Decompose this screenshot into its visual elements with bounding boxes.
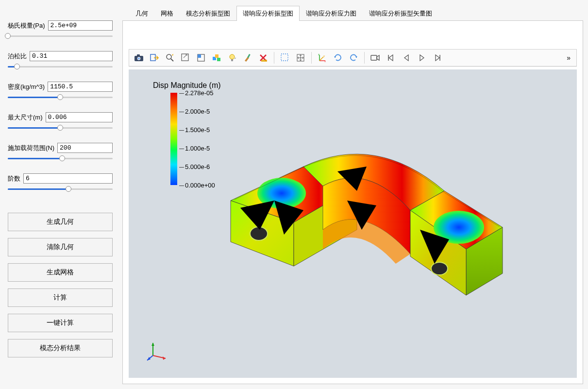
param-slider[interactable] bbox=[8, 33, 113, 40]
param-row: 施加载荷范围(N) bbox=[8, 143, 113, 153]
axis-triad-icon bbox=[146, 339, 169, 362]
param-slider[interactable] bbox=[8, 94, 113, 101]
view-box-icon[interactable] bbox=[194, 51, 208, 65]
svg-point-13 bbox=[230, 54, 235, 59]
move-icon[interactable] bbox=[294, 51, 307, 65]
brush-icon[interactable] bbox=[241, 51, 254, 65]
camera-icon[interactable] bbox=[132, 51, 146, 65]
param-input[interactable] bbox=[30, 51, 113, 61]
action-button[interactable]: 清除几何 bbox=[8, 238, 113, 256]
legend-title: Disp Magnitude (m) bbox=[153, 81, 221, 90]
param-input[interactable] bbox=[46, 112, 113, 122]
svg-rect-1 bbox=[137, 54, 140, 56]
video-icon[interactable] bbox=[369, 51, 382, 65]
tab[interactable]: 谐响应分析应力图 bbox=[300, 6, 363, 21]
param-slider[interactable] bbox=[8, 63, 113, 71]
param-row: 杨氏模量(Pa) bbox=[8, 20, 113, 31]
action-button[interactable]: 计算 bbox=[8, 288, 113, 307]
svg-rect-12 bbox=[217, 58, 220, 61]
action-button[interactable]: 一键计算 bbox=[8, 314, 113, 332]
play-back-icon[interactable] bbox=[400, 51, 413, 65]
svg-point-3 bbox=[138, 58, 140, 60]
param-label: 施加载荷范围(N) bbox=[8, 144, 54, 152]
param-input[interactable] bbox=[48, 82, 113, 92]
svg-text:z: z bbox=[318, 53, 319, 56]
svg-rect-14 bbox=[231, 59, 233, 61]
param-slider[interactable] bbox=[8, 124, 113, 132]
svg-rect-22 bbox=[371, 55, 377, 60]
param-label: 阶数 bbox=[8, 174, 20, 183]
svg-rect-9 bbox=[198, 54, 201, 58]
viewer-toolbar: zxy » bbox=[129, 49, 577, 67]
svg-text:y: y bbox=[323, 54, 325, 57]
axis-icon[interactable]: zxy bbox=[316, 51, 329, 65]
param-input[interactable] bbox=[48, 20, 113, 31]
color-cubes-icon[interactable] bbox=[210, 51, 223, 65]
skip-forward-icon[interactable] bbox=[431, 51, 444, 65]
svg-rect-11 bbox=[215, 54, 218, 58]
action-button[interactable]: 生成几何 bbox=[8, 213, 113, 231]
delete-x-icon[interactable] bbox=[256, 51, 270, 65]
play-forward-icon[interactable] bbox=[415, 51, 429, 65]
param-label: 密度(kg/m^3) bbox=[8, 83, 45, 91]
param-slider[interactable] bbox=[8, 155, 113, 163]
bulb-icon[interactable] bbox=[225, 51, 239, 65]
svg-point-5 bbox=[167, 54, 171, 59]
view-panel: zxy » Disp Magnitude (m) bbox=[122, 20, 583, 384]
rotate-ccw-icon[interactable] bbox=[347, 51, 360, 65]
param-row: 泊松比 bbox=[8, 51, 113, 61]
action-button[interactable]: 模态分析结果 bbox=[8, 339, 113, 357]
legend-colorbar bbox=[170, 93, 177, 185]
tab[interactable]: 网格 bbox=[154, 6, 180, 21]
tab[interactable]: 谐响应分析振型矢量图 bbox=[363, 6, 438, 21]
action-button[interactable]: 生成网格 bbox=[8, 263, 113, 282]
svg-rect-16 bbox=[261, 60, 267, 62]
tab[interactable]: 模态分析振型图 bbox=[180, 6, 236, 21]
param-row: 最大尺寸(m) bbox=[8, 112, 113, 122]
param-row: 密度(kg/m^3) bbox=[8, 82, 113, 92]
main-area: 几何网格模态分析振型图谐响应分析振型图谐响应分析应力图谐响应分析振型矢量图 bbox=[120, 0, 588, 389]
svg-rect-7 bbox=[182, 54, 188, 61]
viewport-3d[interactable]: Disp Magnitude (m) 2.278e-052.000e-51.50… bbox=[129, 69, 577, 378]
skip-back-icon[interactable] bbox=[384, 51, 398, 65]
svg-rect-15 bbox=[247, 54, 251, 58]
rotate-cw-icon[interactable] bbox=[331, 51, 345, 65]
param-label: 最大尺寸(m) bbox=[8, 113, 43, 122]
sidebar-button-stack: 生成几何清除几何生成网格计算一键计算模态分析结果 bbox=[8, 213, 113, 357]
tab[interactable]: 几何 bbox=[129, 6, 154, 21]
toolbar-overflow[interactable]: » bbox=[564, 54, 573, 62]
param-label: 泊松比 bbox=[8, 52, 27, 61]
param-input[interactable] bbox=[23, 173, 113, 184]
svg-text:x: x bbox=[324, 60, 326, 63]
svg-rect-17 bbox=[281, 54, 288, 61]
select-icon[interactable] bbox=[278, 51, 292, 65]
param-slider[interactable] bbox=[8, 186, 113, 193]
tab[interactable]: 谐响应分析振型图 bbox=[236, 6, 300, 21]
zoom-fit-icon[interactable] bbox=[163, 51, 177, 65]
param-input[interactable] bbox=[57, 143, 113, 153]
export-icon[interactable] bbox=[148, 51, 161, 65]
sidebar: 杨氏模量(Pa)泊松比密度(kg/m^3)最大尺寸(m)施加载荷范围(N)阶数 … bbox=[0, 0, 120, 389]
tab-bar: 几何网格模态分析振型图谐响应分析振型图谐响应分析应力图谐响应分析振型矢量图 bbox=[122, 5, 583, 20]
zoom-box-icon[interactable] bbox=[179, 51, 192, 65]
fea-model bbox=[202, 113, 512, 327]
param-row: 阶数 bbox=[8, 173, 113, 184]
param-label: 杨氏模量(Pa) bbox=[8, 21, 45, 30]
svg-line-6 bbox=[171, 59, 173, 61]
